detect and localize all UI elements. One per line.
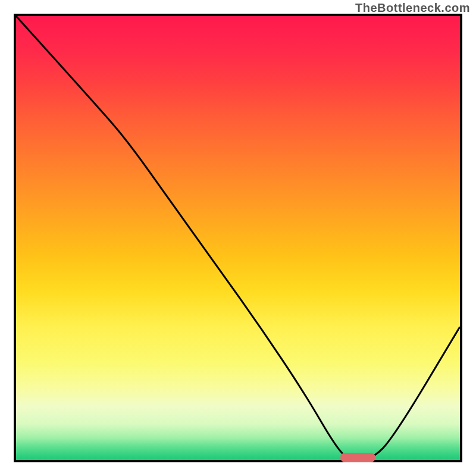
watermark-text: TheBottleneck.com [355, 1, 470, 15]
bottleneck-curve [16, 16, 460, 460]
curve-path [16, 16, 460, 460]
optimal-range-marker [340, 453, 376, 462]
chart-plot-area [14, 14, 462, 462]
